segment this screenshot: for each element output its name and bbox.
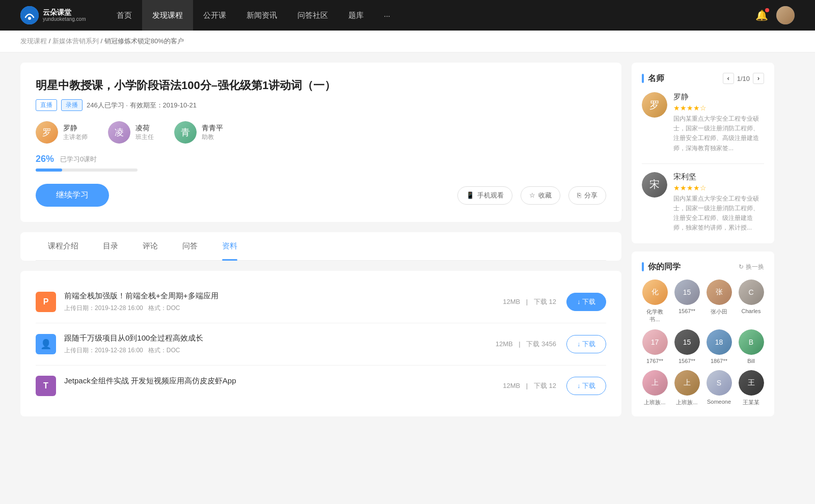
classmate-9-avatar: 上 xyxy=(642,370,668,396)
classmates-title: 你的同学 xyxy=(648,262,681,272)
classmate-12-name: 王某某 xyxy=(743,399,759,406)
breadcrumb-series[interactable]: 新媒体营销系列 xyxy=(52,37,99,45)
download-btn-2[interactable]: ↓ 下载 xyxy=(566,335,606,353)
resource-stats-2: 12MB | 下载 3456 xyxy=(494,340,558,349)
nav-qa[interactable]: 问答社区 xyxy=(287,0,338,31)
resource-item-1: P 前端全栈加强版！前端全栈+全周期+多端应用 上传日期：2019-12-28 … xyxy=(36,281,606,323)
classmate-1-avatar: 化 xyxy=(642,279,668,305)
nav-news[interactable]: 新闻资讯 xyxy=(236,0,287,31)
classmate-2: 15 1567** xyxy=(674,279,700,323)
classmate-8: B Bill xyxy=(738,329,764,364)
instructor-3-name: 青青平 xyxy=(202,124,223,133)
download-btn-3[interactable]: ↓ 下载 xyxy=(566,377,606,395)
nav-open[interactable]: 公开课 xyxy=(193,0,236,31)
teacher-item-1: 罗 罗静 ★★★★☆ 国内某重点大学安全工程专业硕士，国家一级注册消防工程师、注… xyxy=(642,92,764,153)
tabs: 课程介绍 目录 评论 问答 资料 xyxy=(36,232,606,261)
logo[interactable]: 云朵课堂 yunduoketang.com xyxy=(20,6,86,24)
nav-items: 首页 发现课程 公开课 新闻资讯 问答社区 题库 ··· xyxy=(106,0,755,31)
main-container: 明星中教授课，小学阶段语法100分–强化级第1讲动词（一） 直播 录播 246人… xyxy=(0,52,795,435)
tab-catalog[interactable]: 目录 xyxy=(91,232,130,260)
instructor-1-info: 罗静 主讲老师 xyxy=(63,124,88,142)
progress-bar-fill xyxy=(36,169,62,172)
breadcrumb: 发现课程 / 新媒体营销系列 / 销冠修炼术锁定80%的客户 xyxy=(0,31,815,52)
teacher-2-name: 宋利坚 xyxy=(673,172,764,182)
download-btn-1[interactable]: ↓ 下载 xyxy=(566,293,606,311)
instructors: 罗 罗静 主讲老师 凌 凌荷 班主任 xyxy=(36,121,606,144)
resource-info-3: Jetpack全组件实战 开发短视频应用高仿皮皮虾App xyxy=(64,376,493,396)
continue-button[interactable]: 继续学习 xyxy=(36,184,109,207)
resource-info-2: 跟随千万级项目从0到100全过程高效成长 上传日期：2019-12-28 16:… xyxy=(64,333,485,355)
tab-review[interactable]: 评论 xyxy=(130,232,170,260)
share-btn[interactable]: ⎘ 分享 xyxy=(568,186,606,205)
resource-meta-3 xyxy=(64,389,493,396)
teacher-2-desc: 国内某重点大学安全工程专业硕士，国家一级注册消防工程师、注册安全工程师、级注册建… xyxy=(673,194,764,233)
mobile-view-btn[interactable]: 📱 手机观看 xyxy=(457,186,512,205)
logo-icon xyxy=(20,6,39,24)
course-header-card: 明星中教授课，小学阶段语法100分–强化级第1讲动词（一） 直播 录播 246人… xyxy=(20,63,621,222)
tabs-card: 课程介绍 目录 评论 问答 资料 xyxy=(20,232,621,261)
classmate-4-avatar: C xyxy=(739,279,764,305)
teacher-1-stars: ★★★★☆ xyxy=(673,104,764,112)
resource-list: P 前端全栈加强版！前端全栈+全周期+多端应用 上传日期：2019-12-28 … xyxy=(20,271,621,416)
breadcrumb-discover[interactable]: 发现课程 xyxy=(20,37,47,45)
instructor-3-info: 青青平 助教 xyxy=(202,124,223,142)
resource-name-1: 前端全栈加强版！前端全栈+全周期+多端应用 xyxy=(64,291,493,301)
instructor-1-role: 主讲老师 xyxy=(63,133,88,142)
tab-intro[interactable]: 课程介绍 xyxy=(36,232,91,260)
instructor-2-info: 凌荷 班主任 xyxy=(135,124,154,142)
teacher-2-info: 宋利坚 ★★★★☆ 国内某重点大学安全工程专业硕士，国家一级注册消防工程师、注册… xyxy=(673,172,764,233)
resource-icon-3: T xyxy=(36,376,56,396)
classmate-6: 15 1567** xyxy=(674,329,700,364)
classmate-4-name: Charles xyxy=(742,308,761,314)
user-avatar[interactable] xyxy=(776,6,795,24)
classmate-7: 18 1867** xyxy=(706,329,732,364)
resource-name-2: 跟随千万级项目从0到100全过程高效成长 xyxy=(64,333,485,343)
nav-quiz[interactable]: 题库 xyxy=(338,0,374,31)
action-buttons: 📱 手机观看 ☆ 收藏 ⎘ 分享 xyxy=(457,186,606,205)
classmate-8-avatar: B xyxy=(739,329,764,355)
teacher-item-2: 宋 宋利坚 ★★★★☆ 国内某重点大学安全工程专业硕士，国家一级注册消防工程师、… xyxy=(642,172,764,233)
teacher-2-avatar: 宋 xyxy=(642,172,667,198)
nav-more[interactable]: ··· xyxy=(374,0,401,31)
collect-btn[interactable]: ☆ 收藏 xyxy=(521,186,560,205)
course-actions: 继续学习 📱 手机观看 ☆ 收藏 ⎘ 分享 xyxy=(36,184,606,207)
resource-meta-1: 上传日期：2019-12-28 16:00 格式：DOC xyxy=(64,304,493,313)
bell-icon[interactable]: 🔔 xyxy=(755,9,768,21)
instructor-2-avatar: 凌 xyxy=(108,121,130,144)
resource-meta-2: 上传日期：2019-12-28 16:00 格式：DOC xyxy=(64,346,485,355)
prev-page-btn[interactable]: ‹ xyxy=(723,73,734,84)
classmate-8-name: Bill xyxy=(747,358,755,364)
instructor-1: 罗 罗静 主讲老师 xyxy=(36,121,88,144)
breadcrumb-current: 销冠修炼术锁定80%的客户 xyxy=(104,37,184,45)
progress-section: 26% 已学习0课时 xyxy=(36,154,606,172)
refresh-btn[interactable]: ↻ 换一换 xyxy=(739,263,764,271)
resource-stats-3: 12MB | 下载 12 xyxy=(501,381,558,390)
classmate-3-avatar: 张 xyxy=(707,279,732,305)
nav-home[interactable]: 首页 xyxy=(106,0,142,31)
classmate-6-avatar: 15 xyxy=(674,329,700,355)
progress-bar-bg xyxy=(36,169,138,172)
classmate-3: 张 张小田 xyxy=(706,279,732,323)
classmate-5-name: 1767** xyxy=(646,358,663,364)
svg-point-1 xyxy=(28,17,31,20)
refresh-icon: ↻ xyxy=(739,263,744,270)
classmate-5-avatar: 17 xyxy=(642,329,668,355)
classmate-6-name: 1567** xyxy=(678,358,695,364)
instructor-1-avatar: 罗 xyxy=(36,121,58,144)
classmates-panel: 你的同学 ↻ 换一换 化 化学教书... 15 xyxy=(632,251,774,416)
teacher-2-stars: ★★★★☆ xyxy=(673,184,764,192)
course-meta: 246人已学习 · 有效期至：2019-10-21 xyxy=(87,101,197,110)
classmate-9-name: 上班族... xyxy=(644,399,665,406)
instructor-2-name: 凌荷 xyxy=(135,124,154,133)
instructor-3-avatar: 青 xyxy=(174,121,197,144)
nav-discover[interactable]: 发现课程 xyxy=(142,0,193,31)
resource-icon-2: 👤 xyxy=(36,334,56,354)
tab-qa[interactable]: 问答 xyxy=(170,232,210,260)
share-icon: ⎘ xyxy=(577,191,581,199)
tab-resources[interactable]: 资料 xyxy=(210,232,250,260)
teacher-1-name: 罗静 xyxy=(673,92,764,102)
instructor-1-name: 罗静 xyxy=(63,124,88,133)
classmate-7-name: 1867** xyxy=(711,358,727,364)
teacher-1-info: 罗静 ★★★★☆ 国内某重点大学安全工程专业硕士，国家一级注册消防工程师、注册安… xyxy=(673,92,764,153)
next-page-btn[interactable]: › xyxy=(753,73,764,84)
